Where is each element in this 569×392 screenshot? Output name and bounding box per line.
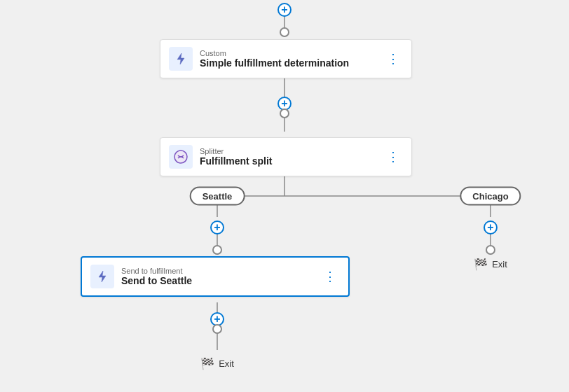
seattle-exit-flag-icon: 🏁	[200, 357, 214, 370]
custom-node-name: Simple fulfillment determination	[200, 57, 377, 69]
splitter-node-type: Splitter	[200, 147, 377, 155]
send-seattle-node-text: Send to fulfillment Send to Seattle	[121, 267, 314, 286]
mid-connector-dot-1	[280, 108, 289, 118]
chicago-branch-pill: Chicago	[460, 187, 521, 206]
splitter-node-icon	[169, 145, 193, 169]
chicago-exit-flag-label: Exit	[492, 259, 507, 270]
workflow-canvas: + Custom Simple fulfillment determinatio…	[0, 0, 569, 392]
top-add-button[interactable]: +	[277, 3, 292, 17]
bolt-icon	[174, 52, 188, 66]
custom-node-card: Custom Simple fulfillment determination …	[160, 39, 412, 78]
send-seattle-node-name: Send to Seattle	[121, 275, 314, 286]
send-seattle-node-type: Send to fulfillment	[121, 267, 314, 275]
send-seattle-node-card: Send to fulfillment Send to Seattle ⋮	[81, 256, 350, 297]
splitter-node-text: Splitter Fulfillment split	[200, 147, 377, 167]
split-icon	[174, 150, 188, 164]
splitter-node-card: Splitter Fulfillment split ⋮	[160, 137, 412, 176]
chicago-exit-flag: 🏁 Exit	[474, 258, 507, 271]
top-connector-dot	[280, 27, 289, 37]
seattle-exit-flag: 🏁 Exit	[200, 357, 234, 370]
send-bolt-icon	[95, 270, 109, 284]
svg-marker-11	[177, 53, 184, 64]
custom-node-type: Custom	[200, 49, 377, 57]
splitter-node-more[interactable]: ⋮	[384, 149, 403, 164]
custom-node-icon	[169, 47, 193, 71]
custom-node-text: Custom Simple fulfillment determination	[200, 49, 377, 69]
svg-marker-13	[99, 271, 106, 282]
seattle-add-button[interactable]: +	[210, 220, 224, 234]
custom-node-more[interactable]: ⋮	[384, 51, 403, 66]
chicago-exit-flag-icon: 🏁	[474, 258, 488, 271]
send-seattle-node-more[interactable]: ⋮	[321, 269, 340, 284]
seattle-branch-pill: Seattle	[190, 187, 245, 206]
chicago-connector-dot	[486, 245, 495, 255]
splitter-node-name: Fulfillment split	[200, 155, 377, 167]
chicago-add-button[interactable]: +	[484, 220, 498, 234]
seattle-connector-dot	[212, 245, 222, 255]
seattle-exit-flag-label: Exit	[219, 358, 234, 369]
send-seattle-node-icon	[90, 265, 114, 288]
bottom-seattle-connector-dot	[212, 324, 222, 334]
